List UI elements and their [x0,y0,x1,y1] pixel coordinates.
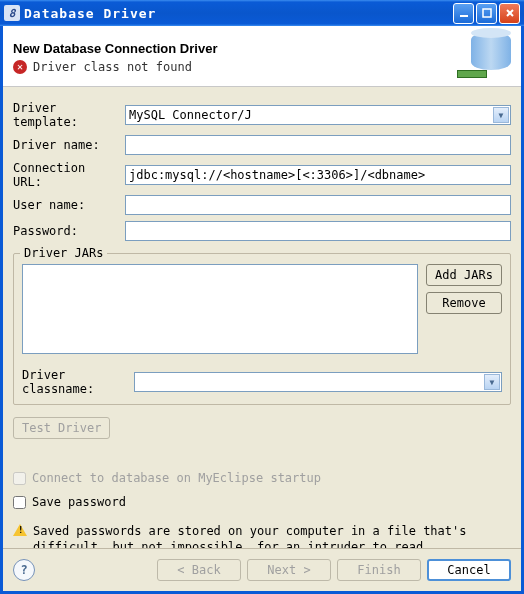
driver-template-combo[interactable]: MySQL Connector/J ▼ [125,105,511,125]
finish-button: Finish [337,559,421,581]
remove-jar-button[interactable]: Remove [426,292,502,314]
help-button[interactable]: ? [13,559,35,581]
driver-name-input[interactable] [125,135,511,155]
driver-classname-combo[interactable]: ▼ [134,372,502,392]
titlebar: 8 Database Driver [0,0,524,26]
window-title: Database Driver [24,6,453,21]
test-driver-button: Test Driver [13,417,110,439]
driver-template-value: MySQL Connector/J [129,108,252,122]
maximize-button[interactable] [476,3,497,24]
back-button: < Back [157,559,241,581]
connect-startup-label: Connect to database on MyEclipse startup [32,471,321,485]
save-password-checkbox[interactable] [13,496,26,509]
app-icon: 8 [4,5,20,21]
connect-startup-row: Connect to database on MyEclipse startup [13,469,511,487]
connect-startup-checkbox [13,472,26,485]
svg-rect-0 [460,15,468,17]
driver-jars-legend: Driver JARs [20,246,107,260]
database-graphic [455,34,511,80]
connection-url-input[interactable] [125,165,511,185]
next-button: Next > [247,559,331,581]
user-name-label: User name: [13,198,121,212]
add-jars-button[interactable]: Add JARs [426,264,502,286]
minimize-icon [459,8,469,18]
maximize-icon [482,8,492,18]
minimize-button[interactable] [453,3,474,24]
footer: ? < Back Next > Finish Cancel [3,548,521,591]
error-message: Driver class not found [33,60,192,74]
warning-text: Saved passwords are stored on your compu… [33,523,511,548]
chevron-down-icon: ▼ [493,107,509,123]
connection-url-label: Connection URL: [13,161,121,189]
driver-name-label: Driver name: [13,138,121,152]
user-name-input[interactable] [125,195,511,215]
cancel-button[interactable]: Cancel [427,559,511,581]
close-icon [505,8,515,18]
driver-template-label: Driver template: [13,101,121,129]
driver-jars-list[interactable] [22,264,418,354]
warning-icon [13,523,27,537]
header-panel: New Database Connection Driver ✕ Driver … [3,26,521,87]
close-button[interactable] [499,3,520,24]
password-input[interactable] [125,221,511,241]
driver-classname-label: Driver classname: [22,368,130,396]
save-password-row[interactable]: Save password [13,493,511,511]
save-password-label: Save password [32,495,126,509]
password-label: Password: [13,224,121,238]
driver-jars-group: Driver JARs Add JARs Remove Driver class… [13,253,511,405]
page-title: New Database Connection Driver [13,41,455,56]
help-icon: ? [20,563,27,577]
chevron-down-icon: ▼ [484,374,500,390]
svg-rect-1 [483,9,491,17]
error-icon: ✕ [13,60,27,74]
